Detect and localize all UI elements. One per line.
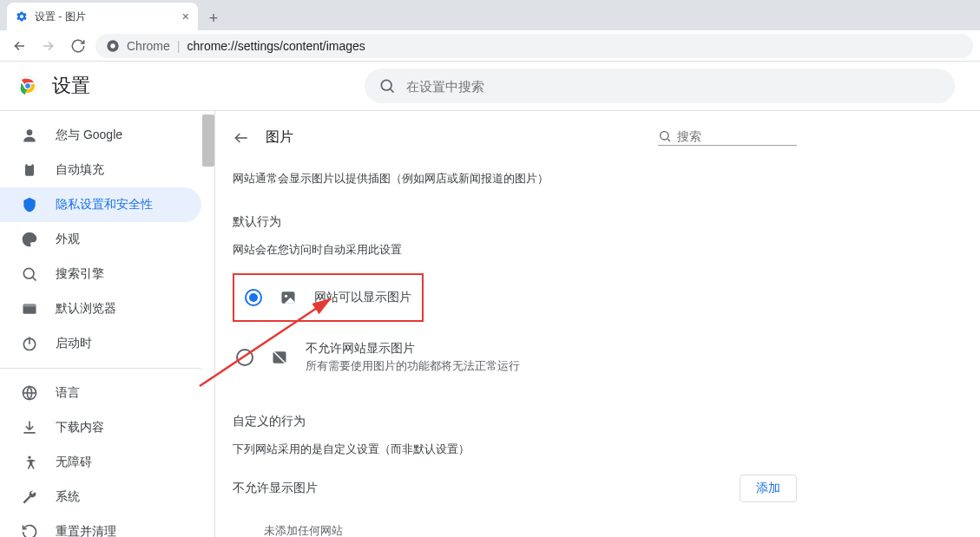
radio-button-unselected[interactable] [236,349,253,366]
sidebar-item-you-and-google[interactable]: 您与 Google [0,118,201,153]
search-icon [658,129,672,143]
svg-line-13 [33,278,36,281]
page-description: 网站通常会显示图片以提供插图（例如网店或新闻报道的图片） [233,171,797,187]
svg-rect-11 [28,163,32,166]
sidebar-item-label: 语言 [56,385,80,401]
sidebar-item-downloads[interactable]: 下载内容 [0,410,201,445]
search-icon [378,77,396,95]
svg-point-20 [28,456,30,459]
omnibox-url: chrome://settings/content/images [187,39,365,53]
sidebar-item-label: 您与 Google [56,128,122,143]
settings-sidebar: 您与 Google 自动填充 隐私设置和安全性 外观 搜索引擎 默认浏览器 [0,111,201,537]
address-bar[interactable]: Chrome | chrome://settings/content/image… [95,34,973,58]
image-icon [280,289,297,306]
default-behavior-sub: 网站会在您访问时自动采用此设置 [233,242,797,258]
sidebar-item-label: 隐私设置和安全性 [56,197,153,213]
no-sites-text: 未添加任何网站 [233,502,797,537]
svg-point-7 [381,80,391,90]
sidebar-item-reset[interactable]: 重置并清理 [0,514,201,537]
sidebar-item-label: 无障碍 [56,455,92,470]
gear-icon [16,10,28,23]
globe-icon [21,384,38,402]
new-tab-button[interactable]: + [201,6,226,30]
sidebar-item-accessibility[interactable]: 无障碍 [0,445,201,480]
sidebar-item-label: 下载内容 [56,420,104,435]
settings-search-input[interactable] [406,79,941,94]
chrome-logo-icon [17,75,38,96]
sidebar-item-label: 启动时 [56,336,92,351]
sidebar-separator [0,368,201,369]
sidebar-item-system[interactable]: 系统 [0,480,201,514]
browser-icon [21,300,38,318]
settings-header: 设置 [0,62,980,110]
sidebar-item-on-startup[interactable]: 启动时 [0,326,201,361]
sidebar-item-label: 系统 [56,489,80,505]
radio-button-selected[interactable] [245,289,262,306]
browser-tabstrip: 设置 - 图片 × + [0,0,980,30]
settings-search[interactable] [365,69,955,103]
browser-tab[interactable]: 设置 - 图片 × [7,3,198,30]
svg-point-9 [27,129,33,135]
radio-block-sub: 所有需要使用图片的功能都将无法正常运行 [306,358,520,374]
radio-allow-images[interactable]: 网站可以显示图片 [241,278,415,317]
browser-toolbar: Chrome | chrome://settings/content/image… [0,30,980,62]
back-button[interactable] [7,34,31,58]
svg-point-3 [110,43,115,48]
sidebar-item-label: 搜索引擎 [56,266,104,282]
sidebar-item-privacy[interactable]: 隐私设置和安全性 [0,187,201,222]
sidebar-item-label: 自动填充 [56,162,104,178]
power-icon [21,335,38,352]
settings-title: 设置 [52,73,90,99]
default-behavior-label: 默认行为 [233,214,797,230]
svg-point-22 [661,132,668,140]
wrench-icon [21,488,38,506]
radio-block-images[interactable]: 不允许网站显示图片 所有需要使用图片的功能都将无法正常运行 [233,331,797,384]
custom-behavior-sub: 下列网站采用的是自定义设置（而非默认设置） [233,442,797,457]
sidebar-item-autofill[interactable]: 自动填充 [0,153,201,187]
chrome-icon [106,39,120,53]
person-icon [21,127,38,144]
sidebar-item-label: 默认浏览器 [56,301,116,317]
omnibox-separator: | [177,39,181,53]
sidebar-item-languages[interactable]: 语言 [0,376,201,410]
svg-rect-15 [23,304,36,306]
radio-allow-label: 网站可以显示图片 [314,290,411,305]
shield-icon [21,196,38,213]
svg-point-25 [285,295,287,298]
content-search[interactable] [658,129,797,146]
search-icon [21,265,38,283]
sidebar-item-appearance[interactable]: 外观 [0,222,201,257]
sidebar-scrollbar[interactable] [202,115,214,167]
sidebar-item-label: 外观 [56,232,80,247]
accessibility-icon [21,454,38,471]
reload-button[interactable] [66,34,90,58]
clipboard-icon [21,161,38,179]
add-site-button[interactable]: 添加 [740,475,797,502]
page-title: 图片 [266,128,642,147]
custom-behavior-label: 自定义的行为 [233,414,797,429]
image-off-icon [271,349,288,366]
svg-point-12 [23,268,34,278]
highlight-annotation: 网站可以显示图片 [233,273,424,322]
sidebar-item-search-engine[interactable]: 搜索引擎 [0,257,201,291]
omnibox-prefix: Chrome [127,39,170,53]
block-section-label: 不允许显示图片 [233,481,318,496]
palette-icon [21,231,38,248]
back-arrow-button[interactable] [233,129,250,147]
tab-close-icon[interactable]: × [182,10,189,23]
download-icon [21,419,38,436]
content-search-input[interactable] [677,129,781,143]
sidebar-item-label: 重置并清理 [56,524,116,537]
svg-line-23 [668,139,670,141]
content-area: 图片 网站通常会显示图片以提供插图（例如网店或新闻报道的图片） 默认行为 网站会… [214,111,980,537]
svg-rect-10 [25,164,34,175]
restore-icon [21,523,38,537]
sidebar-item-default-browser[interactable]: 默认浏览器 [0,291,201,326]
forward-button[interactable] [36,34,61,58]
tab-title: 设置 - 图片 [35,10,175,24]
svg-line-8 [391,89,394,93]
radio-block-label: 不允许网站显示图片 [306,341,520,357]
